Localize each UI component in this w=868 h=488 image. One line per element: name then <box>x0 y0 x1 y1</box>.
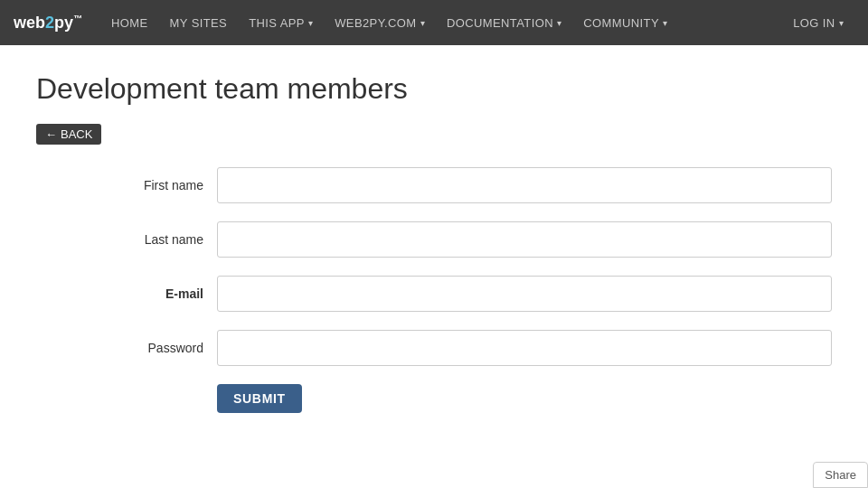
nav-link-thisapp[interactable]: THIS APP ▾ <box>238 0 324 45</box>
back-button[interactable]: ← BACK <box>36 124 101 145</box>
form-row-lastname: Last name <box>36 221 832 258</box>
back-arrow-icon: ← <box>45 127 57 141</box>
nav-item-mysites: MY SITES <box>159 0 239 45</box>
nav-item-thisapp: THIS APP ▾ <box>238 0 324 45</box>
form-row-firstname: First name <box>36 167 832 203</box>
back-button-label: BACK <box>61 127 92 141</box>
thisapp-caret-icon: ▾ <box>308 18 313 28</box>
nav-item-community: COMMUNITY ▾ <box>572 0 678 45</box>
nav-item-documentation: DOCUMENTATION ▾ <box>436 0 572 45</box>
community-caret-icon: ▾ <box>663 18 667 28</box>
nav-item-home: HOME <box>100 0 159 45</box>
brand-two: 2 <box>45 14 54 32</box>
form-row-email: E-mail <box>36 276 832 312</box>
label-password: Password <box>36 341 217 355</box>
input-email[interactable] <box>217 276 832 312</box>
label-firstname: First name <box>36 178 217 192</box>
brand-trademark: ™ <box>73 14 82 23</box>
main-content: Development team members ← BACK First na… <box>0 45 868 440</box>
form-row-password: Password <box>36 330 832 366</box>
nav-menu: HOME MY SITES THIS APP ▾ WEB2PY.COM ▾ DO… <box>100 0 854 45</box>
nav-link-mysites[interactable]: MY SITES <box>159 0 239 45</box>
nav-link-community[interactable]: COMMUNITY ▾ <box>572 0 678 45</box>
brand-logo[interactable]: web2py™ <box>14 14 82 33</box>
nav-link-web2pycom[interactable]: WEB2PY.COM ▾ <box>324 0 436 45</box>
nav-link-login[interactable]: LOG IN ▾ <box>782 0 854 45</box>
nav-link-documentation[interactable]: DOCUMENTATION ▾ <box>436 0 572 45</box>
member-form: First name Last name E-mail Password SUB… <box>36 167 832 413</box>
docs-caret-icon: ▾ <box>557 18 561 28</box>
label-lastname: Last name <box>36 232 217 247</box>
input-firstname[interactable] <box>217 167 832 203</box>
web2pycom-caret-icon: ▾ <box>420 18 425 28</box>
nav-item-web2pycom: WEB2PY.COM ▾ <box>324 0 436 45</box>
nav-link-home[interactable]: HOME <box>100 0 159 45</box>
nav-item-login: LOG IN ▾ <box>782 0 854 45</box>
navbar: web2py™ HOME MY SITES THIS APP ▾ WEB2PY.… <box>0 0 868 45</box>
login-caret-icon: ▾ <box>839 18 844 28</box>
form-container: First name Last name E-mail Password SUB… <box>36 167 832 413</box>
submit-row: SUBMIT <box>36 384 832 413</box>
submit-button[interactable]: SUBMIT <box>217 384 302 413</box>
input-password[interactable] <box>217 330 832 366</box>
page-title: Development team members <box>36 72 832 106</box>
input-lastname[interactable] <box>217 221 832 258</box>
label-email: E-mail <box>36 286 217 301</box>
